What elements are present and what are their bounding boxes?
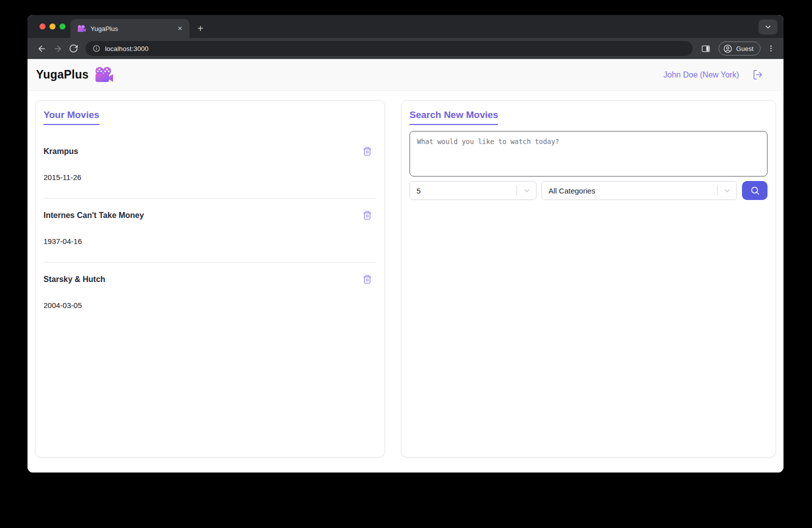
tab-strip: YugaPlus ✕ + <box>28 15 784 38</box>
chevron-down-icon <box>517 186 536 195</box>
delete-movie-icon[interactable] <box>362 274 372 284</box>
close-window-button[interactable] <box>40 24 46 30</box>
results-count-select[interactable]: 5 <box>410 181 536 200</box>
main-content: Your Movies Krampus 2015-11-26 <box>28 91 784 472</box>
tab-title: YugaPlus <box>90 25 171 32</box>
movie-camera-logo-icon <box>95 67 114 83</box>
search-prompt-input[interactable] <box>410 131 768 176</box>
your-movies-title: Your Movies <box>44 110 100 125</box>
user-avatar-icon <box>723 44 732 54</box>
new-tab-icon[interactable]: + <box>198 24 204 34</box>
side-panel-icon[interactable] <box>698 40 714 56</box>
movie-title: Starsky & Hutch <box>44 275 106 284</box>
movie-release-date: 2004-03-05 <box>44 301 376 310</box>
search-icon <box>750 186 760 196</box>
category-value: All Categories <box>548 186 717 195</box>
browser-menu-icon[interactable] <box>766 40 776 56</box>
app-title: YugaPlus <box>36 68 88 82</box>
movie-list: Krampus 2015-11-26 Internes Can't Take M… <box>44 136 376 326</box>
back-icon[interactable] <box>34 40 50 56</box>
movie-row: Internes Can't Take Money 1937-04-16 <box>44 198 376 262</box>
user-area: John Doe (New York) <box>664 69 764 80</box>
search-controls: 5 All Categories <box>410 181 768 200</box>
movie-row: Krampus 2015-11-26 <box>44 136 376 198</box>
movie-title: Internes Can't Take Money <box>44 211 144 220</box>
results-count-value: 5 <box>416 186 516 195</box>
category-select[interactable]: All Categories <box>542 181 737 200</box>
minimize-window-button[interactable] <box>50 24 56 30</box>
movie-row: Starsky & Hutch 2004-03-05 <box>44 262 376 326</box>
search-button[interactable] <box>742 181 768 200</box>
address-bar[interactable]: localhost:3000 <box>86 41 692 56</box>
page-content: YugaPlus John Doe (New York) <box>28 59 784 472</box>
search-movies-panel: Search New Movies 5 All Categories <box>401 100 776 458</box>
brand: YugaPlus <box>36 67 114 83</box>
close-tab-icon[interactable]: ✕ <box>176 24 184 33</box>
delete-movie-icon[interactable] <box>362 210 372 220</box>
delete-movie-icon[interactable] <box>362 146 372 156</box>
search-movies-title: Search New Movies <box>410 110 498 125</box>
movie-release-date: 1937-04-16 <box>44 237 376 246</box>
site-info-icon[interactable] <box>92 44 100 52</box>
user-name: John Doe (New York) <box>664 70 739 80</box>
tab-search-chevron-icon[interactable] <box>758 20 778 34</box>
forward-icon[interactable] <box>50 40 66 56</box>
logout-icon[interactable] <box>752 69 764 80</box>
profile-button[interactable]: Guest <box>718 42 760 56</box>
chevron-down-icon <box>718 186 736 195</box>
movie-release-date: 2015-11-26 <box>44 173 376 182</box>
window-controls <box>40 24 66 30</box>
browser-window: YugaPlus ✕ + localhost:3000 <box>28 15 784 472</box>
movie-title: Krampus <box>44 147 78 156</box>
reload-icon[interactable] <box>66 40 82 56</box>
zoom-window-button[interactable] <box>60 24 66 30</box>
your-movies-panel: Your Movies Krampus 2015-11-26 <box>35 100 385 458</box>
profile-label: Guest <box>736 45 754 52</box>
tab-favicon-movie-camera-icon <box>78 25 86 32</box>
app-header: YugaPlus John Doe (New York) <box>28 59 784 91</box>
url-text: localhost:3000 <box>105 45 148 52</box>
browser-toolbar: localhost:3000 Guest <box>28 38 784 59</box>
browser-tab[interactable]: YugaPlus ✕ <box>70 19 190 38</box>
